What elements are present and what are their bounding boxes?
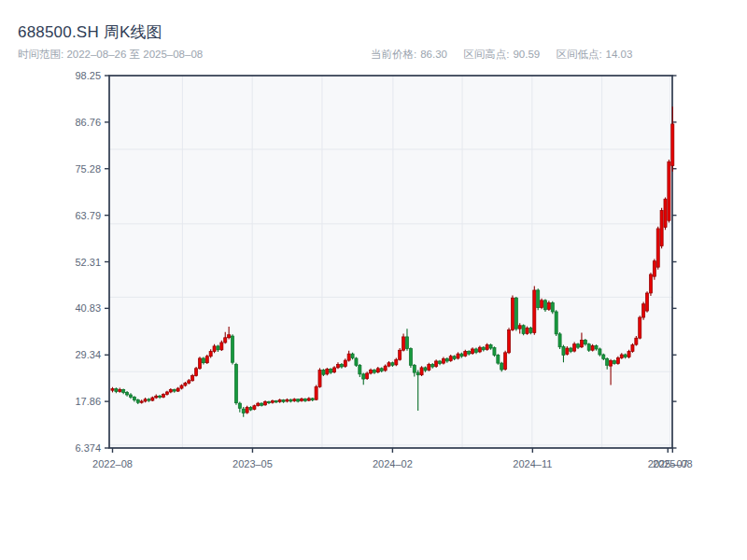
candle-up xyxy=(664,198,667,231)
candle-body xyxy=(169,389,172,392)
candle-body xyxy=(136,400,139,403)
candle-body xyxy=(576,344,579,347)
candle-up xyxy=(318,368,321,387)
candle-body xyxy=(264,401,267,404)
candle-down xyxy=(234,363,237,405)
candle-body xyxy=(482,347,485,350)
candle-body xyxy=(253,406,256,410)
candle-body xyxy=(507,330,510,353)
candle-body xyxy=(315,386,317,399)
candle-body xyxy=(529,328,532,332)
y-tick-label: 6.374 xyxy=(75,442,101,454)
y-tick-label: 98.25 xyxy=(75,70,101,81)
y-tick-label: 75.28 xyxy=(75,163,101,175)
candle-body xyxy=(474,349,477,352)
candle-body xyxy=(115,388,118,391)
candle-up xyxy=(399,348,402,360)
candle-body xyxy=(391,363,394,366)
candle-body xyxy=(133,398,135,400)
candle-body xyxy=(599,349,601,355)
candle-body xyxy=(213,346,216,352)
candle-body xyxy=(591,345,594,350)
candle-body xyxy=(460,354,463,357)
candle-body xyxy=(533,290,536,333)
candle-body xyxy=(297,399,300,401)
candle-up xyxy=(642,302,645,320)
candle-body xyxy=(180,385,183,388)
candle-body xyxy=(570,348,572,351)
candle-body xyxy=(376,369,379,372)
candle-body xyxy=(468,352,471,355)
candle-body xyxy=(464,352,467,357)
candle-body xyxy=(409,348,412,365)
candle-body xyxy=(311,399,314,400)
candle-body xyxy=(395,359,398,365)
candle-body xyxy=(366,373,369,379)
candle-body xyxy=(504,353,507,370)
candle-up xyxy=(205,355,208,364)
plot-background xyxy=(109,76,672,448)
candle-down xyxy=(231,334,233,364)
candle-body xyxy=(231,336,233,362)
candle-body xyxy=(445,358,448,361)
candle-body xyxy=(500,363,503,370)
candle-body xyxy=(541,301,543,308)
candle-body xyxy=(359,365,361,374)
y-tick-label: 63.79 xyxy=(75,210,101,221)
candle-body xyxy=(627,352,630,357)
candle-body xyxy=(526,328,529,333)
candle-up xyxy=(504,351,507,371)
candle-body xyxy=(188,381,190,384)
candle-body xyxy=(351,354,354,357)
candle-body xyxy=(562,346,565,355)
candle-body xyxy=(635,338,638,344)
candle-body xyxy=(238,403,241,408)
candle-down xyxy=(555,310,557,336)
candle-body xyxy=(587,344,590,351)
candle-up xyxy=(507,328,510,354)
candle-body xyxy=(373,371,375,373)
candle-body xyxy=(543,301,546,310)
candle-body xyxy=(606,358,609,365)
candle-body xyxy=(522,326,525,334)
candle-up xyxy=(420,366,423,376)
candle-body xyxy=(399,350,402,359)
candle-body xyxy=(478,347,481,352)
candle-up xyxy=(653,259,655,280)
candle-body xyxy=(547,302,550,309)
candle-body xyxy=(293,399,296,401)
candle-body xyxy=(355,358,358,365)
candle-body xyxy=(336,364,339,367)
candle-body xyxy=(191,376,194,381)
candle-body xyxy=(664,199,667,227)
kline-page: 688500.SH 周K线图 时间范围: 2022–08–26 至 2025–0… xyxy=(0,0,747,560)
candle-body xyxy=(493,348,496,356)
candle-body xyxy=(518,326,521,329)
candle-body xyxy=(261,403,263,405)
candle-body xyxy=(195,369,198,376)
candle-body xyxy=(566,348,569,355)
candle-body xyxy=(362,374,365,379)
candle-body xyxy=(155,396,158,398)
candle-body xyxy=(144,399,147,401)
candle-body xyxy=(202,358,204,363)
candle-down xyxy=(522,324,525,335)
candle-body xyxy=(457,354,459,358)
candle-body xyxy=(307,399,310,400)
candle-body xyxy=(282,400,285,402)
candle-body xyxy=(340,364,343,367)
candle-body xyxy=(424,368,427,371)
candle-up xyxy=(668,160,670,222)
x-tick-label: 2023–05 xyxy=(233,458,273,469)
candle-body xyxy=(580,340,583,346)
candle-body xyxy=(420,368,423,375)
candle-body xyxy=(159,396,162,397)
candle-down xyxy=(409,347,412,368)
candle-body xyxy=(602,355,605,358)
candle-body xyxy=(384,366,387,371)
candle-body xyxy=(303,399,306,400)
candle-body xyxy=(645,293,648,311)
candle-body xyxy=(184,383,187,385)
candle-body xyxy=(129,395,132,398)
candle-body xyxy=(431,364,434,367)
